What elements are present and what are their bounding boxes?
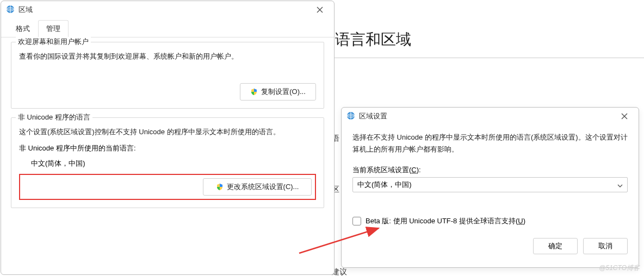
close-icon bbox=[621, 113, 628, 120]
copy-settings-label: 复制设置(O)... bbox=[261, 87, 306, 97]
locale-select-value: 中文(简体，中国) bbox=[357, 180, 412, 190]
copy-settings-button[interactable]: 复制设置(O)... bbox=[240, 83, 316, 101]
utf8-checkbox-row[interactable]: Beta 版: 使用 Unicode UTF-8 提供全球语言支持(U) bbox=[352, 216, 628, 226]
locale-dialog-title: 区域设置 bbox=[359, 111, 614, 121]
region-dialog-title: 区域 bbox=[18, 5, 309, 15]
chevron-down-icon bbox=[617, 181, 623, 189]
close-icon bbox=[317, 7, 323, 13]
shield-icon bbox=[216, 183, 224, 191]
locale-select[interactable]: 中文(简体，中国) bbox=[352, 177, 628, 192]
globe-icon bbox=[5, 4, 15, 16]
utf8-checkbox-label: Beta 版: 使用 Unicode UTF-8 提供全球语言支持(U) bbox=[366, 216, 525, 226]
settings-page-title: 语言和区域 bbox=[335, 29, 411, 50]
shield-icon bbox=[250, 88, 258, 96]
locale-select-label: 当前系统区域设置(C): bbox=[352, 165, 628, 175]
close-button[interactable] bbox=[309, 3, 331, 16]
watermark: @51CTO博客 bbox=[599, 264, 640, 273]
current-language-value: 中文(简体，中国) bbox=[19, 159, 316, 168]
locale-titlebar: 区域设置 bbox=[342, 108, 639, 125]
group-nonunicode-text: 这个设置(系统区域设置)控制在不支持 Unicode 的程序中显示文本时所使用的… bbox=[19, 127, 316, 138]
change-locale-button[interactable]: 更改系统区域设置(C)... bbox=[203, 178, 312, 196]
locale-description: 选择在不支持 Unicode 的程序中显示文本时所使用的语言(系统区域设置)。这… bbox=[352, 131, 628, 155]
group-welcome-text: 查看你的国际设置并将其复制到欢迎屏幕、系统帐户和新的用户帐户。 bbox=[19, 51, 316, 62]
utf8-checkbox[interactable] bbox=[352, 217, 361, 225]
region-titlebar: 区域 bbox=[1, 1, 334, 18]
globe-icon bbox=[346, 111, 356, 122]
tab-admin[interactable]: 管理 bbox=[38, 20, 69, 37]
current-language-label: 非 Unicode 程序中所使用的当前语言: bbox=[19, 143, 316, 153]
group-welcome: 欢迎屏幕和新用户帐户 查看你的国际设置并将其复制到欢迎屏幕、系统帐户和新的用户帐… bbox=[11, 42, 324, 109]
group-nonunicode: 非 Unicode 程序的语言 这个设置(系统区域设置)控制在不支持 Unico… bbox=[11, 117, 324, 208]
cancel-button[interactable]: 取消 bbox=[583, 238, 628, 254]
tab-format[interactable]: 格式 bbox=[8, 20, 38, 37]
region-dialog: 区域 格式 管理 欢迎屏幕和新用户帐户 查看你的国际设置并将其复制到欢迎屏幕、系… bbox=[1, 1, 335, 275]
settings-divider bbox=[331, 58, 644, 58]
annotation-highlight: 更改系统区域设置(C)... bbox=[19, 174, 316, 200]
group-welcome-title: 欢迎屏幕和新用户帐户 bbox=[16, 37, 91, 47]
group-nonunicode-title: 非 Unicode 程序的语言 bbox=[16, 112, 92, 122]
tab-strip: 格式 管理 bbox=[1, 20, 334, 37]
ok-button[interactable]: 确定 bbox=[533, 238, 578, 254]
close-button[interactable] bbox=[614, 110, 635, 123]
locale-dialog: 区域设置 选择在不支持 Unicode 的程序中显示文本时所使用的语言(系统区域… bbox=[341, 107, 639, 268]
change-locale-label: 更改系统区域设置(C)... bbox=[227, 182, 299, 192]
